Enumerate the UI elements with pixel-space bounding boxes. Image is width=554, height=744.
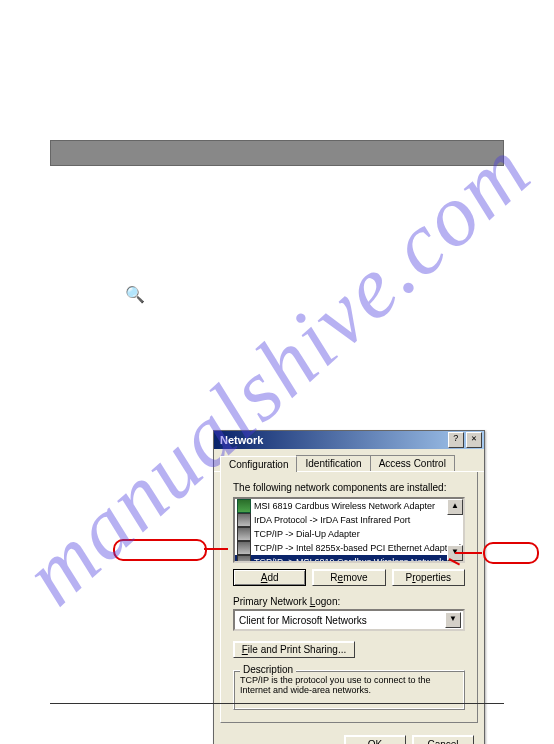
protocol-icon <box>237 527 251 541</box>
tab-configuration[interactable]: Configuration <box>220 456 297 472</box>
remove-button[interactable]: Remove <box>312 569 385 586</box>
components-label: The following network components are ins… <box>233 482 465 493</box>
dialog-title: Network <box>220 434 263 446</box>
page-header-bar <box>50 140 504 166</box>
description-group: Description TCP/IP is the protocol you u… <box>233 670 465 710</box>
list-item-label: IrDA Protocol -> IrDA Fast Infrared Port <box>254 515 410 525</box>
highlight-connector-left <box>204 548 228 550</box>
list-item-label: TCP/IP -> MSI 6819 Cardbus Wireless Netw… <box>254 557 463 563</box>
close-button[interactable]: ✕ <box>466 432 482 448</box>
magnifier-icon: 🔍 <box>125 285 145 304</box>
primary-logon-label: Primary Network Logon: <box>233 596 465 607</box>
page-footer-line <box>50 703 504 704</box>
list-item-label: MSI 6819 Cardbus Wireless Network Adapte… <box>254 501 435 511</box>
description-title: Description <box>240 664 296 675</box>
primary-logon-select[interactable]: Client for Microsoft Networks ▼ <box>233 609 465 631</box>
list-item[interactable]: TCP/IP -> MSI 6819 Cardbus Wireless Netw… <box>235 555 463 563</box>
tab-body: The following network components are ins… <box>220 472 478 723</box>
tabs: Configuration Identification Access Cont… <box>214 449 484 472</box>
protocol-icon <box>237 555 251 563</box>
highlight-connector-right <box>455 552 482 554</box>
list-item[interactable]: IrDA Protocol -> IrDA Fast Infrared Port <box>235 513 463 527</box>
properties-button[interactable]: Properties <box>392 569 465 586</box>
list-item-label: TCP/IP -> Dial-Up Adapter <box>254 529 360 539</box>
list-item-label: TCP/IP -> Intel 8255x-based PCI Ethernet… <box>254 543 463 553</box>
tab-identification[interactable]: Identification <box>296 455 370 471</box>
add-button[interactable]: Add <box>233 569 306 586</box>
list-item[interactable]: MSI 6819 Cardbus Wireless Network Adapte… <box>235 499 463 513</box>
description-text: TCP/IP is the protocol you use to connec… <box>240 675 430 695</box>
list-item[interactable]: TCP/IP -> Dial-Up Adapter <box>235 527 463 541</box>
list-item[interactable]: TCP/IP -> Intel 8255x-based PCI Ethernet… <box>235 541 463 555</box>
components-listbox[interactable]: ▲ MSI 6819 Cardbus Wireless Network Adap… <box>233 497 465 563</box>
protocol-icon <box>237 541 251 555</box>
primary-logon-value: Client for Microsoft Networks <box>239 615 445 626</box>
protocol-icon <box>237 513 251 527</box>
scroll-up[interactable]: ▲ <box>447 499 463 515</box>
tab-access-control[interactable]: Access Control <box>370 455 455 471</box>
chevron-down-icon[interactable]: ▼ <box>445 612 461 628</box>
cancel-button[interactable]: Cancel <box>412 735 474 744</box>
adapter-icon <box>237 499 251 513</box>
network-dialog: Network ? ✕ Configuration Identification… <box>213 430 485 744</box>
help-button[interactable]: ? <box>448 432 464 448</box>
file-print-sharing-button[interactable]: File and Print Sharing... <box>233 641 355 658</box>
highlight-properties-button <box>483 542 539 564</box>
titlebar: Network ? ✕ <box>214 431 484 449</box>
ok-button[interactable]: OK <box>344 735 406 744</box>
highlight-selected-item <box>113 539 207 561</box>
